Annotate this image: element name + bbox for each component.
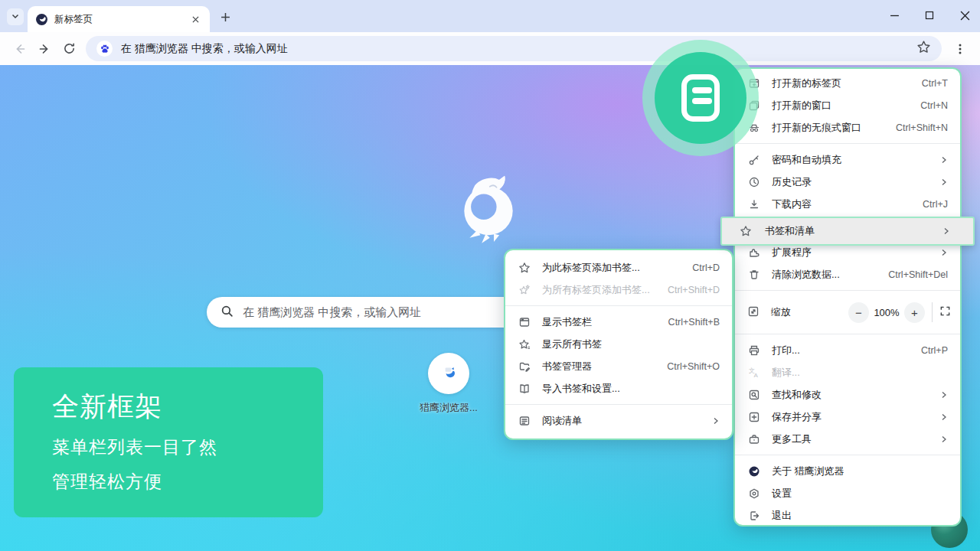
menu-item-exit[interactable]: 退出	[735, 504, 960, 527]
chevron-down-icon	[11, 10, 20, 24]
extensions-icon	[747, 246, 760, 259]
menu-item-shortcut: Ctrl+D	[692, 262, 720, 273]
menu-item-save-share[interactable]: 保存并分享	[735, 406, 960, 428]
window-maximize-button[interactable]	[914, 5, 945, 26]
menu-item-label: 打开新的窗口	[772, 99, 920, 112]
browser-menu-button[interactable]	[948, 37, 972, 61]
submenu-chevron-icon	[940, 391, 948, 399]
menu-item-bookmarks[interactable]: 书签和清单	[720, 217, 975, 246]
shortcut-circle	[428, 353, 469, 394]
menu-item-settings[interactable]: 设置	[735, 482, 960, 504]
menu-separator	[735, 143, 960, 144]
exit-icon	[747, 509, 760, 522]
menu-item-label: 清除浏览数据...	[772, 268, 888, 282]
submenu-item-show-bookmarks-bar[interactable]: 显示书签栏 Ctrl+Shift+B	[505, 311, 732, 333]
menu-item-label: 翻译...	[772, 366, 948, 380]
promo-title: 全新框架	[52, 389, 323, 425]
submenu-chevron-icon	[940, 178, 948, 186]
bookmark-manager-icon	[518, 360, 531, 373]
bookmark-star-icon[interactable]	[916, 40, 931, 57]
zoom-value: 100%	[869, 307, 904, 318]
menu-item-new-window[interactable]: 打开新的窗口 Ctrl+N	[735, 94, 960, 116]
menu-item-shortcut: Ctrl+P	[921, 345, 948, 356]
submenu-item-bookmark-manager[interactable]: 书签管理器 Ctrl+Shift+O	[505, 355, 732, 377]
shortcut-tile[interactable]: 猎鹰浏览器...	[403, 353, 495, 415]
menu-item-label: 历史记录	[772, 175, 940, 189]
menu-item-label: 打开新的标签页	[772, 77, 922, 90]
new-tab-button[interactable]	[217, 8, 234, 25]
search-icon	[220, 305, 234, 321]
menu-item-shortcut: Ctrl+T	[922, 78, 948, 89]
falcon-logo	[455, 171, 522, 248]
menu-item-label: 阅读清单	[542, 414, 712, 428]
tab-close-button[interactable]	[189, 13, 202, 26]
zoom-in-button[interactable]: +	[904, 302, 925, 323]
menu-item-shortcut: Ctrl+Shift+Del	[888, 269, 948, 280]
forward-button[interactable]	[32, 37, 57, 61]
submenu-item-show-all-bookmarks[interactable]: 显示所有书签	[505, 333, 732, 355]
badge-core	[655, 52, 746, 144]
menu-item-history[interactable]: 历史记录	[735, 171, 960, 193]
window-minimize-button[interactable]	[879, 5, 910, 26]
submenu-chevron-icon	[940, 413, 948, 421]
navigation-toolbar: 在 猎鹰浏览器 中搜索，或输入网址	[0, 32, 980, 65]
menu-item-label: 下载内容	[772, 197, 923, 211]
menu-item-shortcut: Ctrl+Shift+B	[668, 317, 720, 328]
menu-item-shortcut: Ctrl+Shift+O	[667, 361, 720, 372]
tab-title: 新标签页	[54, 13, 189, 26]
menu-item-downloads[interactable]: 下载内容 Ctrl+J	[735, 193, 960, 215]
menu-item-incognito[interactable]: 打开新的无痕式窗口 Ctrl+Shift+N	[735, 116, 960, 139]
menu-item-label: 退出	[772, 509, 948, 523]
menu-item-more-tools[interactable]: 更多工具	[735, 428, 960, 450]
fullscreen-icon[interactable]	[939, 305, 951, 319]
menu-separator	[505, 305, 732, 306]
menu-item-about[interactable]: 关于 猎鹰浏览器	[735, 460, 960, 482]
submenu-item-import-bookmarks[interactable]: 导入书签和设置...	[505, 377, 732, 399]
menu-item-label: 更多工具	[772, 432, 940, 446]
menu-item-label: 显示所有书签	[542, 337, 720, 351]
menu-item-label: 关于 猎鹰浏览器	[772, 465, 948, 478]
address-bar[interactable]: 在 猎鹰浏览器 中搜索，或输入网址	[86, 36, 942, 61]
menu-separator	[735, 290, 960, 291]
menu-item-print[interactable]: 打印... Ctrl+P	[735, 339, 960, 361]
all-bookmarks-icon	[518, 337, 531, 350]
star-icon	[518, 261, 531, 274]
menu-item-label: 书签管理器	[542, 360, 667, 373]
menu-item-label: 为此标签页添加书签...	[542, 261, 692, 275]
tab-search-button[interactable]	[7, 8, 24, 25]
find-icon	[747, 388, 760, 401]
import-icon	[518, 382, 531, 395]
menu-item-clear-data[interactable]: 清除浏览数据... Ctrl+Shift+Del	[735, 263, 960, 285]
menu-item-label: 导入书签和设置...	[542, 382, 720, 396]
feature-badge	[642, 40, 759, 156]
zoom-out-button[interactable]: −	[848, 302, 869, 323]
submenu-chevron-icon	[942, 227, 950, 235]
browser-logo-icon	[747, 465, 760, 478]
menu-item-find-edit[interactable]: 查找和修改	[735, 383, 960, 406]
more-tools-icon	[747, 432, 760, 445]
submenu-chevron-icon	[940, 435, 948, 443]
active-tab[interactable]: 新标签页	[28, 6, 210, 32]
window-close-button[interactable]	[949, 5, 980, 26]
zoom-label: 缩放	[771, 305, 848, 319]
reading-list-icon	[518, 414, 531, 427]
shortcut-label: 猎鹰浏览器...	[403, 401, 495, 415]
menu-item-new-tab[interactable]: 打开新的标签页 Ctrl+T	[735, 72, 960, 94]
promo-line-1: 菜单栏列表一目了然	[52, 435, 323, 459]
menu-item-label: 扩展程序	[772, 246, 940, 259]
menu-item-label: 密码和自动填充	[772, 153, 940, 167]
menu-separator	[505, 404, 732, 405]
submenu-item-bookmark-all-tabs: 为所有标签页添加书签... Ctrl+Shift+D	[505, 279, 732, 301]
submenu-item-bookmark-this-tab[interactable]: 为此标签页添加书签... Ctrl+D	[505, 256, 732, 279]
back-button[interactable]	[8, 37, 32, 61]
menu-separator	[735, 334, 960, 334]
zoom-icon	[747, 305, 760, 320]
download-icon	[747, 197, 760, 210]
menu-item-passwords[interactable]: 密码和自动填充	[735, 148, 960, 171]
reload-button[interactable]	[57, 37, 81, 61]
menu-item-label: 打印...	[772, 344, 921, 357]
history-icon	[747, 175, 760, 188]
submenu-item-reading-list[interactable]: 阅读清单	[505, 409, 732, 432]
browser-menu: 打开新的标签页 Ctrl+T 打开新的窗口 Ctrl+N 打开新的无痕式窗口 C…	[733, 67, 962, 527]
menu-item-translate: 文A 翻译...	[735, 361, 960, 383]
